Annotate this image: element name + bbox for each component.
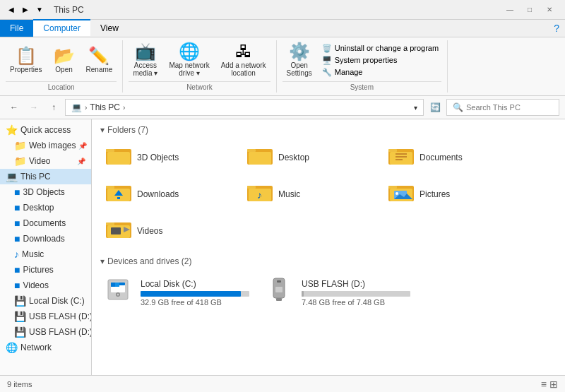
local-disk-icon: 💾: [14, 295, 26, 307]
sidebar-documents-label: Documents: [23, 218, 66, 228]
folders-section-header[interactable]: ▾ Folders (7): [100, 125, 557, 135]
sidebar-item-network[interactable]: 🌐 Network: [0, 340, 91, 355]
folder-3d-objects[interactable]: 3D Objects: [100, 141, 242, 174]
open-settings-button[interactable]: ⚙️ OpenSettings: [282, 40, 316, 80]
sidebar-item-3d-objects[interactable]: ■ 3D Objects: [0, 184, 91, 200]
address-dropdown-chevron: ▾: [414, 104, 417, 112]
folder-documents[interactable]: Documents: [383, 141, 524, 174]
uninstall-button[interactable]: 🗑️ Uninstall or change a program: [319, 42, 441, 54]
sidebar-item-local-disk[interactable]: 💾 Local Disk (C:): [0, 293, 91, 309]
sidebar-item-web-images[interactable]: 📁 Web images 📌: [0, 138, 91, 153]
folder-music-label: Music: [278, 189, 300, 199]
up-button[interactable]: ↑: [45, 99, 62, 116]
system-properties-label: System properties: [335, 56, 398, 64]
rename-button[interactable]: ✏️ Rename: [82, 44, 117, 76]
svg-rect-37: [115, 283, 119, 287]
sidebar-item-video[interactable]: 📁 Video 📌: [0, 153, 91, 169]
ribbon-system-items: ⚙️ OpenSettings 🗑️ Uninstall or change a…: [282, 40, 442, 80]
access-media-button[interactable]: 📺 Accessmedia ▾: [129, 40, 162, 80]
folder-music[interactable]: ♪ Music: [242, 177, 383, 211]
manage-button[interactable]: 🔧 Manage: [319, 66, 441, 78]
map-network-button[interactable]: 🌐 Map networkdrive ▾: [165, 40, 213, 80]
drive-local-disk[interactable]: Local Disk (C:) 32.9 GB free of 418 GB: [100, 272, 256, 314]
usb-flash-size: 7.48 GB free of 7.48 GB: [302, 298, 410, 307]
usb-flash-info: USB FLASH (D:) 7.48 GB free of 7.48 GB: [302, 279, 410, 307]
network-icon: 🌐: [6, 342, 18, 353]
ribbon: File Computer View ? 📋 Properties 📂 Open…: [0, 20, 565, 96]
svg-rect-30: [111, 227, 121, 234]
pin-icon: 📌: [78, 142, 87, 150]
sidebar-video-label: Video: [29, 156, 50, 166]
sidebar-item-documents[interactable]: ■ Documents: [0, 215, 91, 231]
tiles-view-button[interactable]: ⊞: [549, 379, 558, 390]
open-icon: 📂: [54, 47, 75, 64]
ribbon-network-items: 📺 Accessmedia ▾ 🌐 Map networkdrive ▾ 🖧 A…: [129, 40, 270, 80]
properties-button[interactable]: 📋 Properties: [6, 44, 47, 76]
usb-flash-bar-bg: [302, 291, 410, 297]
sidebar-item-quick-access[interactable]: ⭐ Quick access: [0, 122, 91, 138]
main-area: ⭐ Quick access 📁 Web images 📌 📁 Video 📌 …: [0, 119, 565, 375]
sidebar-item-videos[interactable]: ■ Videos: [0, 278, 91, 293]
maximize-button[interactable]: □: [520, 3, 540, 17]
videos-icon: ■: [14, 280, 20, 291]
search-input[interactable]: [466, 103, 553, 112]
close-button[interactable]: ✕: [540, 3, 559, 17]
system-properties-icon: 🖥️: [322, 56, 332, 65]
sidebar-pictures-label: Pictures: [23, 265, 53, 275]
status-bar: 9 items ≡ ⊞: [0, 375, 565, 392]
sidebar-item-usb1[interactable]: 💾 USB FLASH (D:): [0, 309, 91, 324]
local-disk-size: 32.9 GB free of 418 GB: [141, 298, 249, 307]
local-disk-info: Local Disk (C:) 32.9 GB free of 418 GB: [141, 279, 249, 307]
sidebar-item-this-pc[interactable]: 💻 This PC: [0, 169, 91, 184]
usb1-icon: 💾: [14, 311, 26, 322]
folders-label: Folders (7): [107, 125, 148, 135]
forward-button[interactable]: →: [25, 99, 42, 116]
folder-downloads-icon: [106, 180, 131, 208]
svg-rect-7: [388, 149, 397, 152]
details-view-button[interactable]: ≡: [541, 379, 547, 390]
video-icon: 📁: [14, 155, 26, 167]
folder-documents-icon: [388, 143, 414, 172]
address-box[interactable]: 💻 › This PC › ▾: [65, 99, 424, 116]
svg-rect-16: [117, 197, 120, 199]
ribbon-location-items: 📋 Properties 📂 Open ✏️ Rename: [6, 40, 117, 80]
back-button[interactable]: ←: [6, 99, 23, 116]
search-box[interactable]: 🔍: [446, 99, 559, 116]
properties-label: Properties: [10, 66, 42, 73]
drive-usb-flash[interactable]: USB FLASH (D:) 7.48 GB free of 7.48 GB: [261, 272, 417, 314]
local-disk-bar-bg: [141, 291, 249, 297]
svg-text:♪: ♪: [257, 189, 262, 201]
folder-desktop[interactable]: Desktop: [242, 141, 383, 174]
ribbon-group-network: 📺 Accessmedia ▾ 🌐 Map networkdrive ▾ 🖧 A…: [123, 40, 276, 93]
access-media-icon: 📺: [135, 43, 156, 60]
sidebar-item-desktop[interactable]: ■ Desktop: [0, 200, 91, 215]
tab-file[interactable]: File: [0, 20, 33, 37]
minimize-button[interactable]: —: [500, 3, 520, 17]
system-properties-button[interactable]: 🖥️ System properties: [319, 54, 441, 66]
open-button[interactable]: 📂 Open: [49, 44, 79, 76]
sidebar-item-pictures[interactable]: ■ Pictures: [0, 262, 91, 278]
window-title: This PC: [54, 5, 500, 15]
sidebar-this-pc-label: This PC: [20, 172, 51, 182]
access-media-label: Accessmedia ▾: [133, 61, 157, 77]
sidebar-item-downloads[interactable]: ■ Downloads: [0, 231, 91, 247]
add-network-button[interactable]: 🖧 Add a networklocation: [217, 40, 270, 80]
local-disk-drive-icon: [107, 277, 135, 309]
back-quick-icon: ◀: [6, 4, 17, 16]
tab-view[interactable]: View: [90, 20, 129, 37]
tab-computer[interactable]: Computer: [33, 19, 90, 36]
refresh-button[interactable]: 🔄: [427, 99, 444, 116]
svg-rect-36: [111, 283, 115, 287]
sidebar-usb1-label: USB FLASH (D:): [29, 311, 92, 321]
folder-downloads[interactable]: Downloads: [100, 177, 242, 211]
sidebar-item-music[interactable]: ♪ Music: [0, 247, 91, 262]
folder-videos[interactable]: Videos: [100, 214, 242, 248]
svg-rect-10: [396, 156, 407, 158]
drives-section-header[interactable]: ▾ Devices and drives (2): [100, 256, 557, 266]
help-icon[interactable]: ?: [548, 20, 565, 37]
sidebar-3d-label: 3D Objects: [23, 187, 64, 197]
folder-pictures[interactable]: Pictures: [383, 177, 524, 211]
title-bar-quick-access: ◀ ▶ ▼: [6, 4, 45, 16]
usb-flash-name: USB FLASH (D:): [302, 279, 410, 289]
sidebar-item-usb2[interactable]: 💾 USB FLASH (D:): [0, 324, 91, 340]
